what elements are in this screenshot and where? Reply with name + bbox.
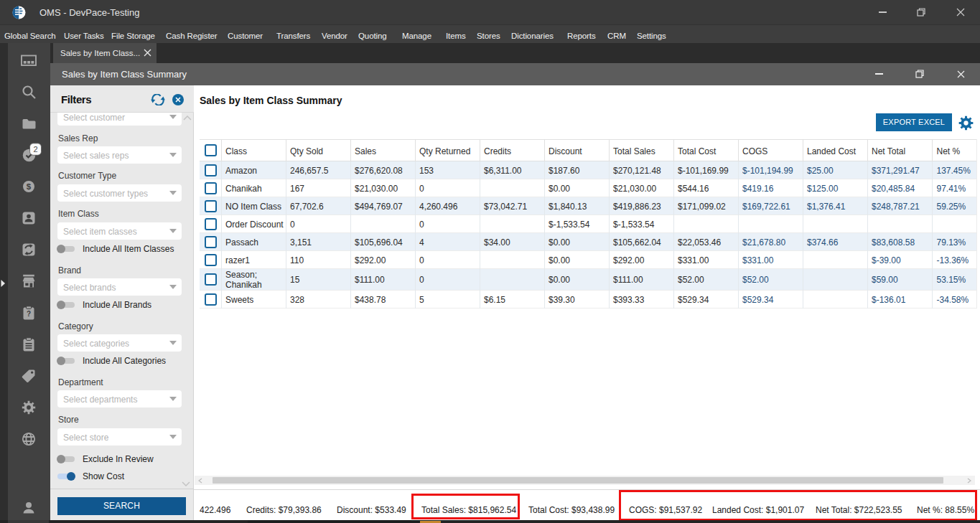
svg-text:$: $: [27, 182, 32, 191]
svg-text:?: ?: [27, 310, 31, 318]
svg-text:2: 2: [33, 145, 37, 154]
